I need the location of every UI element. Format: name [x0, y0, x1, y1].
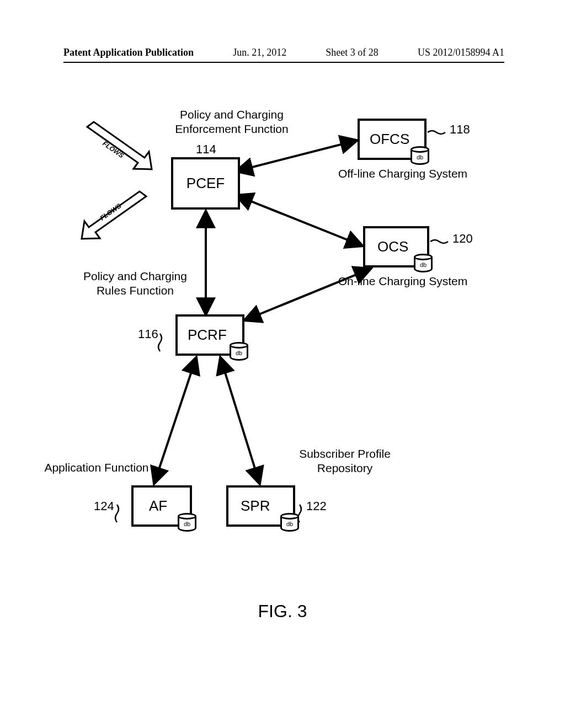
svg-line-4 [154, 358, 196, 483]
af-text: AF [149, 497, 167, 515]
publication-date: Jun. 21, 2012 [233, 47, 286, 58]
spr-title: Subscriber Profile Repository [287, 447, 403, 476]
db-label: db [414, 261, 433, 268]
ofcs-text: OFCS [370, 131, 409, 148]
figure-caption: FIG. 3 [0, 601, 565, 622]
ocs-reference: 120 [452, 232, 473, 246]
pcef-title: Policy and Charging Enforcement Function [163, 108, 301, 137]
spr-text: SPR [241, 497, 270, 515]
spr-db-icon: db [280, 513, 299, 535]
ocs-db-icon: db [414, 254, 433, 276]
publication-number: US 2012/0158994 A1 [418, 47, 504, 58]
af-db-icon: db [178, 513, 196, 535]
pcef-node: PCEF [171, 157, 240, 210]
ofcs-title: Off-line Charging System [331, 167, 475, 181]
ofcs-reference: 118 [450, 122, 470, 137]
header-divider [63, 62, 504, 63]
page-header: Patent Application Publication Jun. 21, … [63, 47, 504, 58]
af-title: Application Function [39, 461, 154, 475]
pcrf-text: PCRF [188, 326, 227, 344]
db-label: db [230, 350, 248, 356]
af-reference: 124 [94, 499, 114, 513]
publication-type: Patent Application Publication [63, 47, 194, 58]
pcrf-reference: 116 [138, 327, 158, 341]
pcrf-title: Policy and Charging Rules Function [77, 269, 193, 298]
pcef-text: PCEF [186, 175, 225, 192]
pcrf-db-icon: db [230, 342, 248, 364]
db-label: db [280, 521, 299, 527]
spr-reference: 122 [306, 499, 327, 513]
ocs-title: On-line Charging System [331, 274, 475, 288]
diagram-container: FLOWS FLOWS Policy and Charging Enforcem… [55, 99, 513, 579]
svg-line-1 [237, 196, 361, 245]
db-label: db [178, 521, 196, 527]
db-label: db [411, 154, 429, 160]
sheet-number: Sheet 3 of 28 [326, 47, 378, 58]
svg-line-5 [221, 358, 259, 483]
ocs-text: OCS [377, 238, 408, 255]
ofcs-db-icon: db [411, 146, 429, 168]
pcef-reference: 114 [196, 142, 216, 157]
